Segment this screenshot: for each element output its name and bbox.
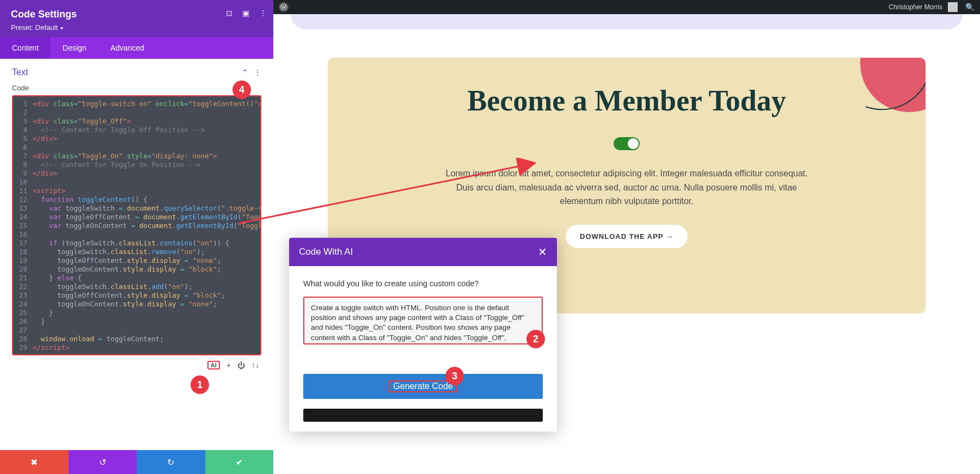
search-icon[interactable]: 🔍 [965,3,975,11]
code-line[interactable]: 26 } [13,317,260,326]
code-content[interactable]: </div> [33,169,57,178]
tab-content[interactable]: Content [0,37,51,59]
code-content[interactable] [33,143,37,152]
code-content[interactable]: <div class="toggle-switch on" onclick="t… [33,100,261,108]
ai-prompt-input[interactable] [303,297,543,344]
code-line[interactable]: 12 function toggleContent() { [13,195,260,204]
responsive-icon[interactable]: ▣ [242,9,249,17]
toggle-switch[interactable] [614,137,640,150]
code-line[interactable]: 2 [13,108,260,117]
code-line[interactable]: 14 var toggleOffContent = document.getEl… [13,213,260,221]
code-line[interactable]: 7<div class="Toggle_On" style="display: … [13,152,260,161]
ai-modal: Code With AI ✕ What would you like to cr… [289,238,557,432]
wp-admin-bar[interactable]: ⓦ Christopher Morris 🔍 [273,0,980,14]
code-content[interactable]: <div class="Toggle_On" style="display: n… [33,152,217,161]
avatar[interactable] [948,2,958,12]
code-content[interactable]: toggleOnContent.style.display = "none"; [33,300,217,309]
code-line[interactable]: 15 var toggleOnContent = document.getEle… [13,221,260,230]
code-line[interactable]: 28 window.onload = toggleContent; [13,335,260,343]
line-number: 25 [13,309,33,317]
code-content[interactable]: var toggleOffContent = document.getEleme… [33,213,261,221]
code-content[interactable] [33,230,37,239]
code-line[interactable]: 4 <!-- Content for Toggle Off Position -… [13,126,260,134]
annotation-badge-1: 1 [191,375,209,394]
code-content[interactable]: <script> [33,187,65,195]
more-icon[interactable]: ⋮ [259,9,267,17]
annotation-badge-2: 2 [526,330,545,348]
code-line[interactable]: 20 toggleOnContent.style.display = "bloc… [13,265,260,274]
code-content[interactable] [33,178,37,187]
wordpress-logo-icon[interactable]: ⓦ [279,2,289,12]
section-more-icon[interactable]: ⋮ [254,68,261,77]
drag-icon[interactable]: ⊡ [226,9,232,17]
line-number: 6 [13,143,33,152]
code-content[interactable]: window.onload = toggleContent; [33,335,164,343]
close-icon[interactable]: ✕ [538,245,547,258]
code-content[interactable]: } [33,309,53,317]
code-line[interactable]: 18 toggleSwitch.classList.remove("on"); [13,248,260,256]
ornament-icon [833,58,926,150]
preset-line[interactable]: Preset: Default ▾ [11,23,262,32]
code-line[interactable]: 21 } else { [13,274,260,282]
code-line[interactable]: 22 toggleSwitch.classList.add("on"); [13,282,260,291]
expand-icon[interactable]: ↑↓ [252,361,259,370]
code-content[interactable]: toggleOffContent.style.display = "block"… [33,291,225,300]
code-content[interactable]: toggleOnContent.style.display = "block"; [33,265,221,274]
download-app-button[interactable]: DOWNLOAD THE APP → [566,225,688,248]
redo-button[interactable]: ↻ [137,450,205,474]
code-line[interactable]: 23 toggleOffContent.style.display = "blo… [13,291,260,300]
code-line[interactable]: 29</script> [13,343,260,352]
code-editor[interactable]: 1<div class="toggle-switch on" onclick="… [12,95,261,355]
ai-button[interactable]: AI [207,361,220,370]
code-line[interactable]: 25 } [13,309,260,317]
code-line[interactable]: 10 [13,178,260,187]
line-number: 19 [13,256,33,265]
undo-button[interactable]: ↺ [69,450,137,474]
code-line[interactable]: 3<div class="Toggle_Off"> [13,117,260,126]
code-content[interactable]: <!-- Content for Toggle Off Position --> [33,126,205,134]
code-line[interactable]: 11<script> [13,187,260,195]
generate-code-button[interactable]: Generate Code [303,374,543,399]
code-content[interactable]: } [33,317,45,326]
tab-design[interactable]: Design [51,37,99,59]
code-line[interactable]: 6 [13,143,260,152]
line-number: 13 [13,204,33,213]
code-content[interactable] [33,108,37,117]
wp-user-name[interactable]: Christopher Morris [889,3,942,11]
code-content[interactable]: toggleSwitch.classList.remove("on"); [33,248,205,256]
code-content[interactable]: </script> [33,343,70,352]
line-number: 11 [13,187,33,195]
code-line[interactable]: 9</div> [13,169,260,178]
annotation-badge-3: 3 [445,367,464,385]
line-number: 23 [13,291,33,300]
tab-advanced[interactable]: Advanced [99,37,156,59]
collapse-icon[interactable]: ⌃ [242,68,248,77]
code-content[interactable] [33,326,37,335]
save-button[interactable]: ✔ [205,450,274,474]
code-content[interactable]: toggleOffContent.style.display = "none"; [33,256,221,265]
line-number: 22 [13,282,33,291]
generate-code-label: Generate Code [389,380,457,392]
code-line[interactable]: 5</div> [13,134,260,143]
code-content[interactable]: } else { [33,274,82,282]
code-line[interactable]: 8 <!-- Content for Toggle On Position --… [13,161,260,169]
code-content[interactable]: var toggleSwitch = document.querySelecto… [33,204,261,213]
code-line[interactable]: 1<div class="toggle-switch on" onclick="… [13,100,260,108]
code-content[interactable]: <!-- Content for Toggle On Position --> [33,161,201,169]
annotation-badge-4: 4 [232,81,251,99]
add-icon[interactable]: + [226,361,231,370]
code-line[interactable]: 13 var toggleSwitch = document.querySele… [13,204,260,213]
code-content[interactable]: </div> [33,134,57,143]
code-line[interactable]: 24 toggleOnContent.style.display = "none… [13,300,260,309]
code-content[interactable]: function toggleContent() { [33,195,148,204]
code-content[interactable]: <div class="Toggle_Off"> [33,117,131,126]
code-line[interactable]: 17 if (toggleSwitch.classList.contains("… [13,239,260,248]
code-content[interactable]: var toggleOnContent = document.getElemen… [33,221,261,230]
code-line[interactable]: 16 [13,230,260,239]
cancel-button[interactable]: ✖ [0,450,69,474]
power-icon[interactable]: ⏻ [237,361,245,370]
code-content[interactable]: toggleSwitch.classList.add("on"); [33,282,193,291]
code-line[interactable]: 27 [13,326,260,335]
code-content[interactable]: if (toggleSwitch.classList.contains("on"… [33,239,229,248]
code-line[interactable]: 19 toggleOffContent.style.display = "non… [13,256,260,265]
